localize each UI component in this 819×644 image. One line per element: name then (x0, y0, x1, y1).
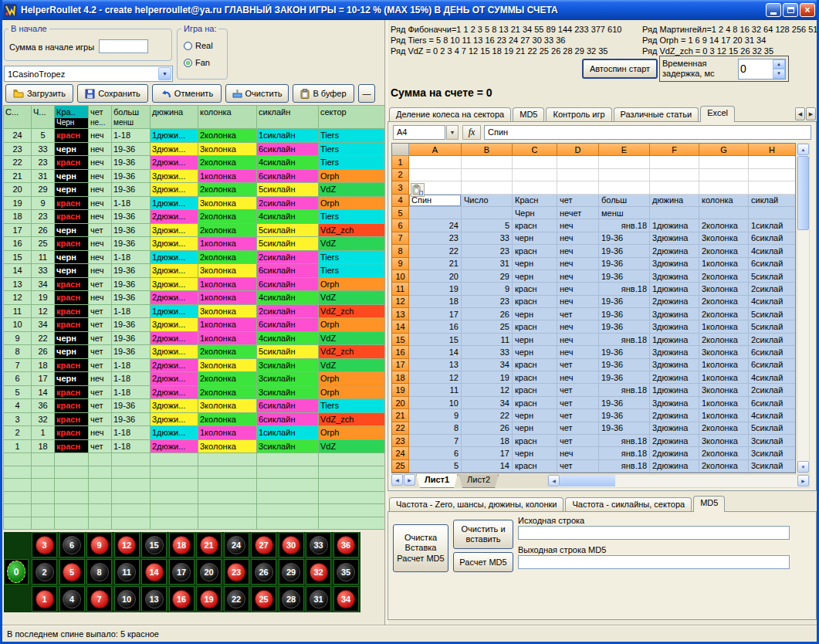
excel-cell[interactable]: 19-36 (599, 296, 650, 308)
excel-cell[interactable]: янв.18 (599, 219, 650, 232)
tab-freq-chances[interactable]: Частота - Zero, шансы, дюжины, колонки (389, 497, 563, 511)
excel-cell[interactable]: 22 (409, 245, 462, 257)
excel-cell[interactable]: 2колонка (699, 296, 749, 308)
board-number[interactable]: 8 (86, 559, 112, 585)
table-row[interactable]: 1726чернчет19-363дюжи...2колонка5сиклайн… (4, 224, 385, 238)
excel-cell[interactable]: 14 (409, 346, 462, 358)
board-number[interactable]: 25 (251, 586, 276, 612)
excel-cell[interactable] (557, 169, 599, 181)
excel-cell[interactable] (513, 181, 557, 194)
excel-row-header[interactable]: 22 (392, 422, 409, 435)
spin-down-button[interactable]: ▼ (773, 69, 785, 79)
excel-cell[interactable]: 3дюжина (650, 346, 699, 358)
board-number[interactable]: 1 (32, 586, 57, 612)
excel-cell[interactable]: 2дюжина (650, 447, 699, 459)
excel-cell[interactable]: неч (557, 320, 599, 333)
table-row[interactable]: 436краснчет19-363дюжи...3колонка6сиклайн… (4, 399, 385, 413)
excel-column-header[interactable]: A (409, 144, 462, 156)
excel-cell[interactable]: больш (599, 195, 650, 207)
excel-cell[interactable]: янв.18 (599, 334, 650, 346)
excel-cell[interactable]: 5сиклай (749, 308, 796, 320)
board-number[interactable]: 35 (333, 559, 359, 585)
table-row[interactable]: 1823красннеч19-362дюжи...2колонка4сиклай… (4, 210, 385, 224)
excel-row-header[interactable]: 2 (392, 169, 409, 181)
excel-column-header[interactable]: D (557, 144, 599, 156)
board-number[interactable]: 15 (141, 532, 167, 558)
excel-cell[interactable]: 2сиклай (749, 384, 796, 396)
clear-button[interactable]: Очистить (225, 84, 289, 103)
excel-cell[interactable]: красн (513, 359, 557, 371)
excel-row-header[interactable]: 16 (392, 346, 409, 358)
excel-cell[interactable]: 15 (409, 334, 462, 346)
excel-cell[interactable]: черн (513, 232, 557, 245)
excel-cell[interactable]: 2колонка (699, 422, 749, 435)
scroll-right-icon[interactable]: ▶ (797, 475, 809, 486)
excel-row-header[interactable]: 20 (392, 397, 409, 409)
excel-cell[interactable]: 19-36 (599, 308, 650, 320)
excel-cell[interactable]: черн (513, 447, 557, 459)
cell-reference-box[interactable]: A4 (393, 125, 445, 140)
excel-cell[interactable]: 3дюжина (650, 258, 699, 270)
board-number[interactable]: 30 (279, 532, 304, 558)
tab-scroll-left-button[interactable]: ◀ (795, 107, 805, 120)
excel-cell[interactable]: 3дюжина (650, 359, 699, 371)
board-number[interactable]: 36 (333, 532, 359, 558)
excel-cell[interactable]: 6сиклай (749, 397, 796, 409)
excel-cell[interactable]: чет (557, 195, 599, 207)
excel-cell[interactable]: 3дюжина (650, 320, 699, 333)
close-button[interactable]: × (800, 3, 815, 17)
excel-cell[interactable]: 2дюжина (650, 435, 699, 447)
board-number[interactable]: 26 (251, 559, 276, 585)
excel-row-header[interactable]: 10 (392, 270, 409, 283)
excel-cell[interactable]: 11 (409, 384, 462, 396)
excel-cell[interactable] (699, 181, 749, 194)
hscrollbar-thumb[interactable] (560, 475, 615, 486)
excel-cell[interactable]: 20 (409, 270, 462, 283)
excel-cell[interactable] (409, 169, 462, 181)
excel-cell[interactable]: 10 (409, 397, 462, 409)
board-number[interactable]: 13 (141, 586, 167, 612)
excel-cell[interactable] (599, 181, 650, 194)
board-number[interactable]: 3 (32, 532, 57, 558)
excel-row-header[interactable]: 11 (392, 283, 409, 295)
excel-cell[interactable] (599, 169, 650, 181)
excel-cell[interactable]: 2колонка (699, 270, 749, 283)
excel-cell[interactable]: неч (557, 447, 599, 459)
excel-row-header[interactable]: 13 (392, 308, 409, 320)
excel-cell[interactable]: чет (557, 460, 599, 473)
excel-column-header[interactable]: C (513, 144, 557, 156)
excel-cell[interactable]: красн (513, 384, 557, 396)
excel-cell[interactable]: 1дюжина (650, 219, 699, 232)
excel-cell[interactable]: неч (557, 371, 599, 384)
excel-cell[interactable]: 19-36 (599, 346, 650, 358)
board-number[interactable]: 5 (59, 559, 85, 585)
excel-cell[interactable]: 8 (409, 422, 462, 435)
excel-cell[interactable]: 19-36 (599, 359, 650, 371)
table-row[interactable]: 1433черннеч19-363дюжи...3колонка6сиклайн… (4, 264, 385, 278)
excel-cell[interactable]: красн (513, 371, 557, 384)
board-number[interactable]: 10 (114, 586, 140, 612)
board-number[interactable]: 20 (196, 559, 222, 585)
excel-cell[interactable]: 1дюжина (650, 384, 699, 396)
excel-cell[interactable]: 19-36 (599, 371, 650, 384)
board-number[interactable]: 31 (306, 586, 331, 612)
md5-source-input[interactable] (518, 526, 790, 540)
excel-cell[interactable]: 2дюжина (650, 409, 699, 422)
spin-up-button[interactable]: ▲ (773, 59, 785, 69)
tab-excel[interactable]: Excel (700, 106, 735, 122)
excel-cell[interactable]: 4сиклай (749, 245, 796, 257)
excel-cell[interactable]: 1колонка (699, 258, 749, 270)
excel-cell[interactable]: черн (513, 258, 557, 270)
excel-cell[interactable]: 1колонка (699, 359, 749, 371)
excel-cell[interactable]: 3дюжина (650, 270, 699, 283)
excel-cell[interactable]: 2сиклай (749, 283, 796, 295)
excel-cell[interactable]: янв.18 (599, 384, 650, 396)
namebox-dropdown-icon[interactable]: ▼ (446, 125, 459, 140)
excel-cell[interactable]: красн (513, 460, 557, 473)
column-header[interactable]: Кра..Черн (55, 106, 89, 129)
excel-cell[interactable]: неч (557, 258, 599, 270)
excel-cell[interactable] (749, 207, 796, 219)
excel-cell[interactable] (557, 181, 599, 194)
excel-cell[interactable]: 33 (462, 346, 513, 358)
column-header[interactable]: большменш (112, 106, 151, 129)
